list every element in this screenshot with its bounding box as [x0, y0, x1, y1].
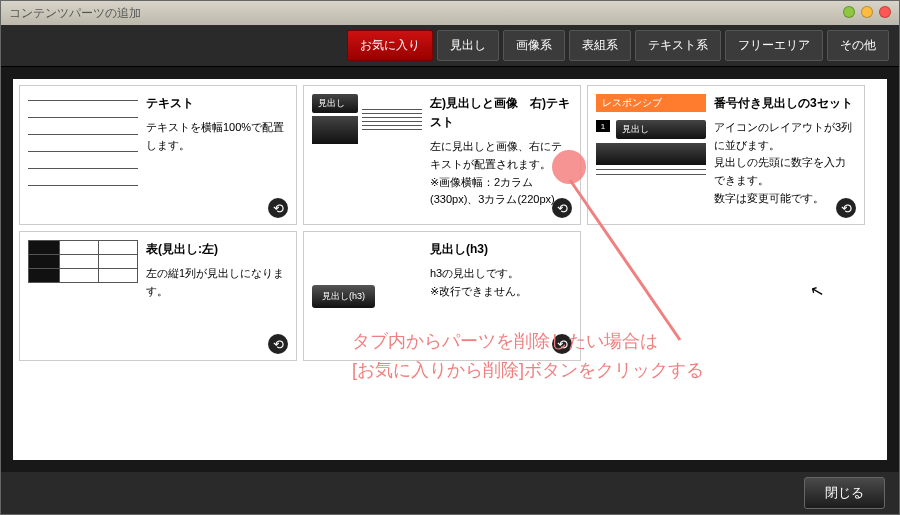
tab-freearea[interactable]: フリーエリア [725, 30, 823, 61]
card-heading-image-text[interactable]: 見出し 左)見出しと画像 右)テキスト 左に見出しと画像、右にテキストが配置され… [303, 85, 581, 225]
card-title: 見出し(h3) [430, 240, 572, 259]
remove-favorite-button[interactable]: ⟲ [268, 334, 288, 354]
maximize-icon[interactable] [861, 6, 873, 18]
tab-table[interactable]: 表組系 [569, 30, 631, 61]
window-controls [843, 6, 891, 18]
remove-favorite-button[interactable]: ⟲ [836, 198, 856, 218]
card-desc: アイコンのレイアウトが3列に並びます。 見出しの先頭に数字を入力できます。 数字… [714, 119, 856, 207]
remove-icon: ⟲ [557, 201, 568, 216]
minimize-icon[interactable] [843, 6, 855, 18]
card-desc: 左の縦1列が見出しになります。 [146, 265, 288, 300]
card-heading-h3[interactable]: 見出し(h3) 見出し(h3) h3の見出しです。 ※改行できません。 ⟲ [303, 231, 581, 361]
card-desc: h3の見出しです。 ※改行できません。 [430, 265, 572, 300]
card-title: 番号付き見出しの3セット [714, 94, 856, 113]
window-title: コンテンツパーツの追加 [9, 5, 141, 22]
card-grid: テキスト テキストを横幅100%で配置します。 ⟲ 見出し [13, 79, 887, 460]
remove-icon: ⟲ [841, 201, 852, 216]
thumb-numbered-heading: レスポンシブ 1 見出し [596, 94, 706, 216]
remove-favorite-button[interactable]: ⟲ [268, 198, 288, 218]
card-desc: 左に見出しと画像、右にテキストが配置されます。 ※画像横幅：2カラム(330px… [430, 138, 572, 208]
footer-bar: 閉じる [1, 472, 899, 514]
card-numbered-heading[interactable]: レスポンシブ 1 見出し 番号付き見出しの3セット アイコンのレイアウトが3列に… [587, 85, 865, 225]
close-icon[interactable] [879, 6, 891, 18]
tab-image[interactable]: 画像系 [503, 30, 565, 61]
thumb-heading-image-text: 見出し [312, 94, 422, 216]
card-title: 左)見出しと画像 右)テキスト [430, 94, 572, 132]
responsive-badge: レスポンシブ [596, 94, 706, 112]
remove-icon: ⟲ [273, 337, 284, 352]
card-title: テキスト [146, 94, 288, 113]
card-table-left-heading[interactable]: 表(見出し:左) 左の縦1列が見出しになります。 ⟲ [19, 231, 297, 361]
thumb-text [28, 94, 138, 216]
content-area: テキスト テキストを横幅100%で配置します。 ⟲ 見出し [1, 67, 899, 472]
tab-favorite[interactable]: お気に入り [347, 30, 433, 61]
remove-favorite-button[interactable]: ⟲ [552, 198, 572, 218]
thumb-label: 見出し [312, 94, 358, 113]
close-button[interactable]: 閉じる [804, 477, 885, 509]
thumb-table [28, 240, 138, 352]
card-desc: テキストを横幅100%で配置します。 [146, 119, 288, 154]
remove-icon: ⟲ [557, 337, 568, 352]
titlebar: コンテンツパーツの追加 [1, 1, 899, 25]
remove-icon: ⟲ [273, 201, 284, 216]
thumb-label: 見出し(h3) [312, 285, 375, 308]
card-text[interactable]: テキスト テキストを横幅100%で配置します。 ⟲ [19, 85, 297, 225]
card-title: 表(見出し:左) [146, 240, 288, 259]
tab-other[interactable]: その他 [827, 30, 889, 61]
thumb-num: 1 [596, 120, 610, 132]
card-body: 番号付き見出しの3セット アイコンのレイアウトが3列に並びます。 見出しの先頭に… [714, 94, 856, 216]
modal-window: コンテンツパーツの追加 お気に入り 見出し 画像系 表組系 テキスト系 フリーエ… [0, 0, 900, 515]
tab-text[interactable]: テキスト系 [635, 30, 721, 61]
tab-heading[interactable]: 見出し [437, 30, 499, 61]
thumb-h3: 見出し(h3) [312, 240, 422, 352]
card-body: 左)見出しと画像 右)テキスト 左に見出しと画像、右にテキストが配置されます。 … [430, 94, 572, 216]
remove-favorite-button[interactable]: ⟲ [552, 334, 572, 354]
card-body: 表(見出し:左) 左の縦1列が見出しになります。 [146, 240, 288, 352]
thumb-mini-table [28, 240, 138, 283]
tab-bar: お気に入り 見出し 画像系 表組系 テキスト系 フリーエリア その他 [1, 25, 899, 67]
card-body: テキスト テキストを横幅100%で配置します。 [146, 94, 288, 216]
card-body: 見出し(h3) h3の見出しです。 ※改行できません。 [430, 240, 572, 352]
thumb-label: 見出し [616, 120, 706, 139]
